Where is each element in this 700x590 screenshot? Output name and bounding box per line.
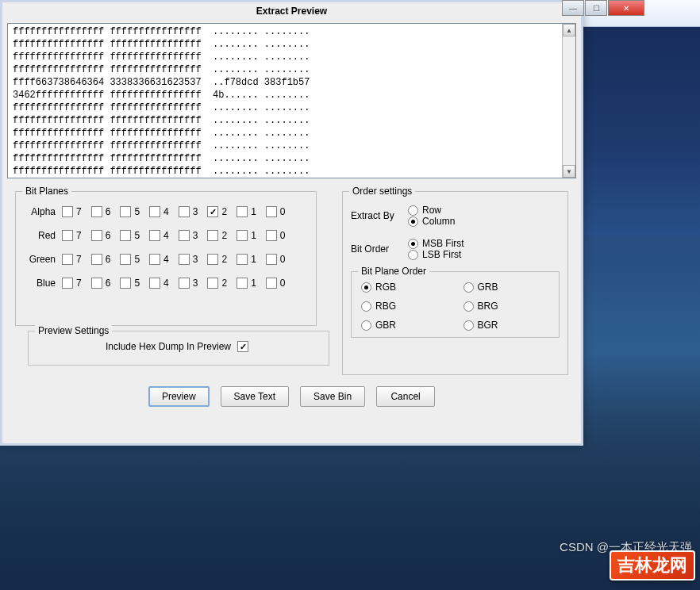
bitplane-bit-label: 1 xyxy=(251,206,256,217)
bitplane-checkbox-red-5[interactable] xyxy=(120,230,131,241)
extract-preview-dialog: — ☐ ✕ Extract Preview ffffffffffffffff f… xyxy=(0,0,583,446)
bitplane-bit-label: 2 xyxy=(221,230,227,241)
bitplane-checkbox-alpha-4[interactable] xyxy=(149,206,160,217)
bitplane-checkbox-alpha-5[interactable] xyxy=(120,206,131,217)
bit-plane-order-radio-brg[interactable] xyxy=(463,301,474,312)
titlebar-buttons: — ☐ ✕ xyxy=(561,0,644,16)
bitplane-checkbox-alpha-3[interactable] xyxy=(179,206,190,217)
bitplane-checkbox-alpha-0[interactable] xyxy=(266,206,277,217)
bit-plane-order-radio-grb[interactable] xyxy=(463,282,474,293)
bitplane-checkbox-blue-5[interactable] xyxy=(120,278,131,289)
order-settings-group: Order settings Extract By RowColumn Bit … xyxy=(342,191,568,375)
bitplane-bit-label: 2 xyxy=(221,254,227,265)
bit-plane-order-radio-rbg[interactable] xyxy=(361,301,371,312)
bit-plane-order-radio-label: BRG xyxy=(478,301,498,312)
extract-by-radio-row[interactable] xyxy=(408,205,418,216)
bitplane-checkbox-alpha-6[interactable] xyxy=(91,206,102,217)
bit-plane-order-radio-gbr[interactable] xyxy=(361,320,371,331)
bitplane-bit-label: 2 xyxy=(221,278,227,289)
scroll-track[interactable] xyxy=(563,36,575,165)
bitplane-checkbox-red-4[interactable] xyxy=(149,230,160,241)
bitplane-bit-label: 7 xyxy=(76,206,82,217)
bitplane-checkbox-red-1[interactable] xyxy=(237,230,248,241)
bitplane-bit-label: 7 xyxy=(76,278,82,289)
preview-button[interactable]: Preview xyxy=(148,386,210,407)
bitplane-bit-label: 5 xyxy=(134,206,140,217)
bitplane-bit-label: 6 xyxy=(106,206,111,217)
bitplane-checkbox-green-2[interactable] xyxy=(207,254,218,265)
bitplane-checkbox-alpha-1[interactable] xyxy=(237,206,248,217)
bitplane-checkbox-blue-4[interactable] xyxy=(149,278,160,289)
bitplane-bit-label: 4 xyxy=(163,206,169,217)
bit-order-radio-label: MSB First xyxy=(422,238,464,249)
bitplane-bit-label: 1 xyxy=(251,254,256,265)
close-button[interactable]: ✕ xyxy=(608,0,644,16)
save-bin-button[interactable]: Save Bin xyxy=(300,386,365,407)
minimize-button[interactable]: — xyxy=(562,0,584,16)
bitplane-checkbox-green-1[interactable] xyxy=(237,254,248,265)
bitplane-checkbox-blue-1[interactable] xyxy=(237,278,248,289)
include-hex-checkbox[interactable] xyxy=(237,341,248,352)
maximize-button[interactable]: ☐ xyxy=(585,0,607,16)
bitplane-bit-label: 4 xyxy=(163,230,169,241)
cancel-button[interactable]: Cancel xyxy=(376,386,435,407)
bitplane-checkbox-green-7[interactable] xyxy=(62,254,73,265)
button-row: Preview Save Text Save Bin Cancel xyxy=(2,378,581,416)
bitplane-bit-label: 4 xyxy=(163,254,169,265)
bitplane-checkbox-green-5[interactable] xyxy=(120,254,131,265)
bitplane-bit-label: 7 xyxy=(76,230,82,241)
bitplane-bit-label: 6 xyxy=(106,230,111,241)
bitplane-bit-label: 3 xyxy=(193,230,198,241)
bit-plane-order-radio-bgr[interactable] xyxy=(463,320,474,331)
bit-plane-order-radio-rgb[interactable] xyxy=(361,282,371,293)
bit-plane-order-radio-label: GBR xyxy=(375,320,396,331)
bit-order-radio-lsb-first[interactable] xyxy=(408,250,418,260)
bit-planes-label: Bit Planes xyxy=(22,186,71,197)
bitplane-row-label: Alpha xyxy=(24,206,62,217)
bitplane-bit-label: 5 xyxy=(134,278,140,289)
bitplane-checkbox-green-4[interactable] xyxy=(149,254,160,265)
order-settings-label: Order settings xyxy=(349,186,415,197)
bitplane-checkbox-alpha-7[interactable] xyxy=(62,206,73,217)
bitplane-bit-label: 1 xyxy=(251,230,256,241)
bitplane-checkbox-green-6[interactable] xyxy=(91,254,102,265)
bitplane-checkbox-red-0[interactable] xyxy=(266,230,277,241)
vertical-scrollbar[interactable]: ▲ ▼ xyxy=(562,24,575,178)
scroll-down-button[interactable]: ▼ xyxy=(563,165,575,178)
preview-settings-label: Preview Settings xyxy=(35,325,112,336)
bitplane-checkbox-blue-0[interactable] xyxy=(266,278,277,289)
bitplane-bit-label: 3 xyxy=(193,278,198,289)
bitplane-bit-label: 5 xyxy=(134,254,140,265)
bitplane-checkbox-red-6[interactable] xyxy=(91,230,102,241)
bit-plane-order-group: Bit Plane Order RGBGRBRBGBRGGBRBGR xyxy=(351,271,560,338)
bitplane-checkbox-blue-7[interactable] xyxy=(62,278,73,289)
bitplane-checkbox-green-0[interactable] xyxy=(266,254,277,265)
bitplane-checkbox-red-2[interactable] xyxy=(207,230,218,241)
bitplane-checkbox-blue-3[interactable] xyxy=(179,278,190,289)
bitplane-bit-label: 7 xyxy=(76,254,82,265)
bitplane-bit-label: 3 xyxy=(193,254,198,265)
bitplane-checkbox-blue-2[interactable] xyxy=(207,278,218,289)
bit-plane-order-radio-label: RGB xyxy=(375,282,396,293)
bit-plane-order-radio-label: RBG xyxy=(375,301,396,312)
bitplane-bit-label: 0 xyxy=(280,254,286,265)
bit-order-radio-msb-first[interactable] xyxy=(408,239,418,249)
bitplane-checkbox-blue-6[interactable] xyxy=(91,278,102,289)
bit-order-label: Bit Order xyxy=(351,243,408,255)
bitplane-row-label: Red xyxy=(24,230,62,241)
bit-order-radio-label: LSB First xyxy=(422,249,461,260)
extract-by-radio-column[interactable] xyxy=(408,216,418,227)
bitplane-checkbox-red-7[interactable] xyxy=(62,230,73,241)
preview-settings-group: Preview Settings Include Hex Dump In Pre… xyxy=(28,331,329,366)
bitplane-checkbox-green-3[interactable] xyxy=(179,254,190,265)
dialog-title: Extract Preview xyxy=(2,2,581,20)
scroll-up-button[interactable]: ▲ xyxy=(563,24,575,36)
hex-dump-text[interactable]: ffffffffffffffff ffffffffffffffff ......… xyxy=(8,24,562,178)
bitplane-bit-label: 2 xyxy=(221,206,227,217)
bitplane-bit-label: 5 xyxy=(134,230,140,241)
save-text-button[interactable]: Save Text xyxy=(221,386,289,407)
bitplane-checkbox-alpha-2[interactable] xyxy=(207,206,218,217)
bitplane-checkbox-red-3[interactable] xyxy=(179,230,190,241)
bitplane-row-red: Red76543210 xyxy=(24,230,308,241)
bit-planes-group: Bit Planes Alpha76543210Red76543210Green… xyxy=(15,191,317,326)
